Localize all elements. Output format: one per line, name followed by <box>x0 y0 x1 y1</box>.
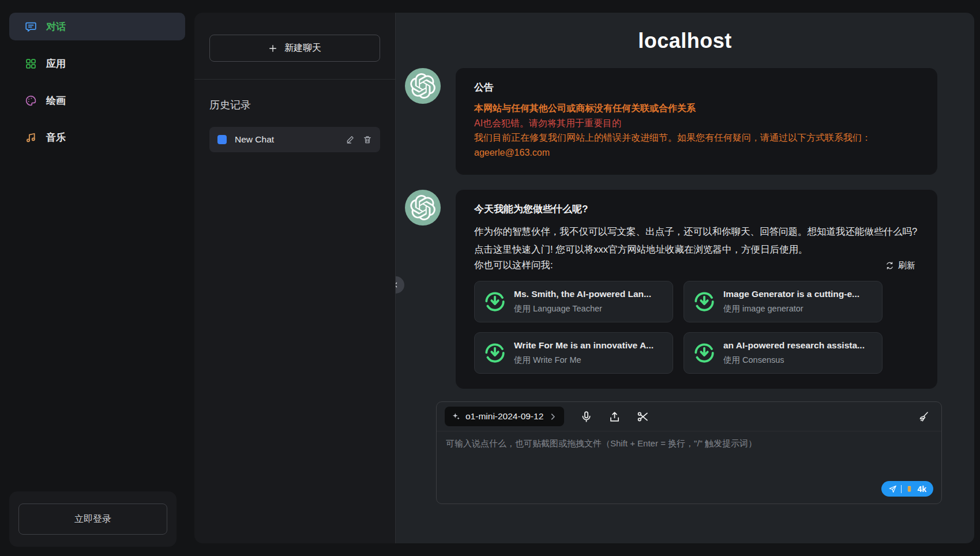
announcement-line: 我们目前正在修复我们网站上的错误并改进细节。如果您有任何疑问，请通过以下方式联系… <box>474 130 919 145</box>
palette-icon <box>24 94 37 107</box>
send-button[interactable]: 4k <box>881 481 933 497</box>
contact-email[interactable]: ageerle@163.com <box>474 145 919 160</box>
workspace: 新建聊天 历史记录 New Chat localhost <box>194 13 974 543</box>
chevron-right-icon <box>549 412 557 421</box>
new-chat-button[interactable]: 新建聊天 <box>209 35 380 62</box>
card-title: an AI-powered research assista... <box>723 340 865 351</box>
chat-list-panel: 新建聊天 历史记录 New Chat <box>194 13 396 543</box>
use-gpt-icon <box>693 291 715 313</box>
sidebar-item-label: 音乐 <box>46 131 66 144</box>
card-subtitle: 使用 Consensus <box>723 355 865 366</box>
card-texts: an AI-powered research assista... 使用 Con… <box>723 340 865 366</box>
sidebar-item-music[interactable]: 音乐 <box>9 123 185 151</box>
suggestion-card[interactable]: an AI-powered research assista... 使用 Con… <box>684 332 883 374</box>
refresh-icon <box>885 261 894 270</box>
login-card: 立即登录 <box>9 491 177 547</box>
sidebar-item-label: 绘画 <box>46 94 66 107</box>
card-texts: Image Generator is a cutting-e... 使用 ima… <box>723 289 859 314</box>
card-title: Write For Me is an innovative A... <box>514 340 654 351</box>
music-icon <box>24 131 37 144</box>
sidebar-item-label: 应用 <box>46 57 66 70</box>
model-name: o1-mini-2024-09-12 <box>465 411 543 422</box>
suggestion-card[interactable]: Write For Me is an innovative A... 使用 Wr… <box>474 332 673 374</box>
chat-title: New Chat <box>235 134 337 145</box>
ask-row: 你也可以这样问我: 刷新 <box>474 259 919 272</box>
delete-icon[interactable] <box>363 135 372 144</box>
openai-logo-icon <box>410 73 435 99</box>
new-chat-label: 新建聊天 <box>284 42 321 54</box>
announcement-title: 公告 <box>474 81 919 94</box>
assistant-message-greeting: 今天我能为您做些什么呢? 作为你的智慧伙伴，我不仅可以写文案、出点子，还可以和你… <box>405 190 937 389</box>
card-title: Ms. Smith, the AI-powered Lan... <box>514 289 651 299</box>
chat-bubble-icon <box>24 20 37 33</box>
sidebar-item-label: 对话 <box>46 20 66 33</box>
composer-body <box>437 431 941 481</box>
suggestion-card[interactable]: Image Generator is a cutting-e... 使用 ima… <box>684 281 883 322</box>
collapse-sidebar-button[interactable] <box>396 276 404 294</box>
composer-toolbar: o1-mini-2024-09-12 <box>437 402 941 431</box>
greeting-bubble: 今天我能为您做些什么呢? 作为你的智慧伙伴，我不仅可以写文案、出点子，还可以和你… <box>456 190 937 389</box>
suggestion-card[interactable]: Ms. Smith, the AI-powered Lan... 使用 Lang… <box>474 281 673 322</box>
history-title: 历史记录 <box>209 98 380 112</box>
history-item-actions <box>346 135 372 144</box>
composer: o1-mini-2024-09-12 <box>436 401 942 504</box>
send-row: 4k <box>437 481 941 504</box>
paper-plane-icon <box>888 484 897 493</box>
sidebar-item-drawing[interactable]: 绘画 <box>9 87 185 114</box>
screenshot-button[interactable] <box>636 410 649 423</box>
login-button[interactable]: 立即登录 <box>18 504 167 535</box>
use-gpt-icon <box>693 342 715 364</box>
announcement-line: AI也会犯错。请勿将其用于重要目的 <box>474 116 919 131</box>
grid-icon <box>24 57 37 70</box>
openai-logo-icon <box>410 195 435 220</box>
greeting-body: 作为你的智慧伙伴，我不仅可以写文案、出点子，还可以和你聊天、回答问题。想知道我还… <box>474 223 919 258</box>
card-title: Image Generator is a cutting-e... <box>723 289 859 299</box>
refresh-suggestions-button[interactable]: 刷新 <box>885 260 915 271</box>
refresh-label: 刷新 <box>898 260 915 271</box>
panel-divider <box>194 79 395 80</box>
use-gpt-icon <box>484 342 506 364</box>
microphone-button[interactable] <box>580 410 592 423</box>
upload-button[interactable] <box>608 410 621 423</box>
assistant-avatar <box>405 68 441 104</box>
use-gpt-icon <box>484 291 506 313</box>
card-subtitle: 使用 Write For Me <box>514 355 654 366</box>
token-count: 4k <box>917 484 926 494</box>
sidebar-item-apps[interactable]: 应用 <box>9 50 185 77</box>
assistant-avatar <box>405 190 441 226</box>
card-texts: Ms. Smith, the AI-powered Lan... 使用 Lang… <box>514 289 651 314</box>
token-coin-icon <box>906 484 913 493</box>
send-divider <box>901 485 902 493</box>
message-input[interactable] <box>446 438 932 472</box>
card-subtitle: 使用 image generator <box>723 303 859 314</box>
sparkles-icon <box>452 412 460 421</box>
page-title: localhost <box>396 29 974 53</box>
announcement-line: 本网站与任何其他公司或商标没有任何关联或合作关系 <box>474 101 919 116</box>
clear-context-button[interactable] <box>917 410 930 423</box>
model-selector[interactable]: o1-mini-2024-09-12 <box>445 407 564 426</box>
history-item[interactable]: New Chat <box>209 127 380 152</box>
edit-icon[interactable] <box>346 135 355 144</box>
plus-icon <box>268 44 277 53</box>
main-panel: localhost 公告 本网站与任何其他公司或商标没有任何关联或合作关系 AI… <box>396 13 974 543</box>
chevron-left-icon <box>396 281 399 288</box>
greeting-title: 今天我能为您做些什么呢? <box>474 202 919 216</box>
sidebar-item-chat[interactable]: 对话 <box>9 13 185 40</box>
chat-color-swatch <box>217 135 227 144</box>
app-window: 对话 应用 绘画 音乐 立即登录 <box>0 0 980 556</box>
assistant-message-announcement: 公告 本网站与任何其他公司或商标没有任何关联或合作关系 AI也会犯错。请勿将其用… <box>405 68 937 175</box>
suggestion-cards: Ms. Smith, the AI-powered Lan... 使用 Lang… <box>474 281 919 374</box>
sidebar: 对话 应用 绘画 音乐 立即登录 <box>0 0 194 556</box>
announcement-bubble: 公告 本网站与任何其他公司或商标没有任何关联或合作关系 AI也会犯错。请勿将其用… <box>456 68 937 175</box>
card-texts: Write For Me is an innovative A... 使用 Wr… <box>514 340 654 366</box>
card-subtitle: 使用 Language Teacher <box>514 303 651 314</box>
ask-label: 你也可以这样问我: <box>474 259 553 272</box>
